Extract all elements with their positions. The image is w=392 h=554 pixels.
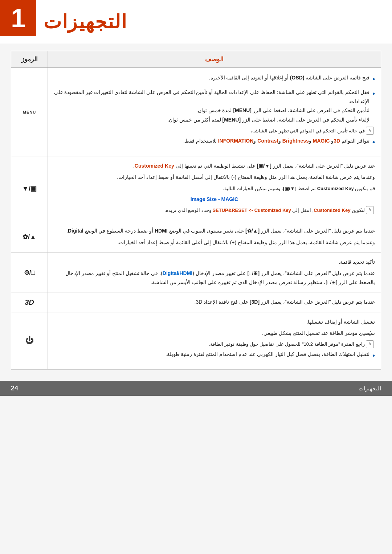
ck-config-note: ✎ لتكوين Customized Key, انتقل إلى SETUP… — [54, 206, 375, 214]
source-description: تأكيد تحديد قائمة. عندما يتم عرض دليل "ا… — [48, 253, 381, 292]
note-line: ✎ في حالة تأمين التحكم في القوائم التي ت… — [54, 127, 375, 135]
footer-label: التجهيزات — [359, 385, 381, 392]
menu-description: • فتح قائمة العرض على الشاشة (OSD) أو إغ… — [48, 68, 381, 156]
table-row: عندما يتم عرض دليل "العرض على الشاشة"، ي… — [11, 221, 381, 252]
table-header: الوصف الرموز — [11, 51, 381, 68]
ck-config-text: لتكوين Customized Key, انتقل إلى SETUP&R… — [54, 206, 365, 214]
note-icon: ✎ — [366, 340, 374, 348]
3d-description: عندما يتم عرض دليل "العرض على الشاشة"، ي… — [48, 292, 381, 312]
power-note-text: راجع الفقرة "موفر الطاقة 10.2" للحصول عل… — [209, 340, 365, 348]
customized-key-symbol: ▣/▼ — [11, 156, 48, 221]
bullet-item: • لتقليل استهلاك الطاقة، يفضل فصل كبل ال… — [54, 350, 375, 362]
ck-note-line: قم بتكوين Customized Key ثم اضغط [▼/▣]. … — [54, 184, 375, 193]
3d-text: عندما يتم عرض دليل "العرض على الشاشة"، ي… — [54, 297, 375, 307]
power-note: ✎ راجع الفقرة "موفر الطاقة 10.2" للحصول … — [54, 340, 375, 348]
bullet-text: فتح قائمة العرض على الشاشة (OSD) أو إغلا… — [54, 73, 369, 82]
col-symbol-header: الرموز — [11, 51, 48, 67]
bullet-item: • قفل التحكم بالقوائم التي تظهر على الشا… — [54, 88, 375, 124]
power-symbol-text: ⏻ — [25, 336, 33, 345]
chapter-number: 1 — [0, 0, 36, 36]
source-symbol-text: □/⊜ — [24, 268, 35, 276]
footer-page-number: 24 — [11, 385, 18, 392]
brightness-symbol-text: ▲/✿ — [23, 233, 36, 241]
bullet-dot: • — [372, 73, 375, 86]
power-description: تشغيل الشاشة أو إيقاف تشغيلها. سيُضيئ مؤ… — [48, 312, 381, 370]
main-table: الوصف الرموز • فتح قائمة العرض على الشاش… — [11, 51, 381, 370]
image-size-magic-label: Image Size - MAGIC — [54, 195, 375, 204]
note-icon: ✎ — [366, 206, 374, 214]
bullet-item: • فتح قائمة العرض على الشاشة (OSD) أو إغ… — [54, 73, 375, 86]
customized-key-description: عند عرض دليل "العرض على الشاشة"، يعمل ال… — [48, 156, 381, 221]
bullet-text: قفل التحكم بالقوائم التي تظهر على الشاشة… — [54, 88, 369, 124]
source-symbol: □/⊜ — [11, 253, 48, 292]
bullet-text: لتقليل استهلاك الطاقة، يفضل فصل كبل التي… — [54, 350, 369, 359]
header: التجهيزات 1 — [0, 0, 392, 44]
power-text2: سيُضيئ مؤشر الطاقة عند تشغيل المنتج بشكل… — [54, 329, 375, 338]
header-title: التجهيزات — [44, 11, 127, 33]
customized-key-label: Customized Key — [135, 163, 174, 169]
menu-symbol: MENU — [11, 68, 48, 156]
bright-text1: عندما يتم عرض دليل "العرض على الشاشة"، ي… — [54, 226, 375, 235]
bright-text2: وعندما يتم عرض شاشة القائمة، يعمل هذا ال… — [54, 238, 375, 247]
menu-symbol-text: MENU — [23, 110, 36, 114]
ck-text2: وعندما يتم عرض شاشة القائمة، يعمل هذا ال… — [54, 173, 375, 182]
table-row: • فتح قائمة العرض على الشاشة (OSD) أو إغ… — [11, 68, 381, 156]
note-icon: ✎ — [366, 127, 374, 135]
table-row: عندما يتم عرض دليل "العرض على الشاشة"، ي… — [11, 292, 381, 312]
bullet-dot: • — [372, 349, 375, 362]
table-row: تشغيل الشاشة أو إيقاف تشغيلها. سيُضيئ مؤ… — [11, 312, 381, 370]
brightness-symbol: ▲/✿ — [11, 221, 48, 252]
power-text1: تشغيل الشاشة أو إيقاف تشغيلها. — [54, 317, 375, 327]
bullet-dot: • — [372, 136, 375, 149]
brightness-description: عندما يتم عرض دليل "العرض على الشاشة"، ي… — [48, 221, 381, 252]
col-description-header: الوصف — [48, 51, 381, 67]
ck-note-text: قم بتكوين Customized Key ثم اضغط [▼/▣]. … — [54, 184, 375, 193]
footer: التجهيزات 24 — [0, 381, 392, 396]
3d-symbol-text: 3D — [25, 298, 34, 307]
note-text: في حالة تأمين التحكم في القوائم التي تظه… — [251, 127, 365, 135]
table-row: عند عرض دليل "العرض على الشاشة"، يعمل ال… — [11, 156, 381, 221]
bullet-dot: • — [372, 87, 375, 100]
bullet-highlight-text: تتوافر القوائم 3Dو MAGIC وBrightness وCo… — [54, 136, 369, 145]
3d-symbol: 3D — [11, 292, 48, 312]
bullet-item: • تتوافر القوائم 3Dو MAGIC وBrightness و… — [54, 136, 375, 149]
ck-symbol-text: ▣/▼ — [22, 185, 37, 193]
power-symbol: ⏻ — [11, 312, 48, 370]
source-text1: تأكيد تحديد قائمة. — [54, 258, 375, 267]
ck-text1: عند عرض دليل "العرض على الشاشة"، يعمل ال… — [54, 161, 375, 171]
table-row: تأكيد تحديد قائمة. عندما يتم عرض دليل "ا… — [11, 253, 381, 293]
source-text2: عندما يتم عرض دليل "العرض على الشاشة"، ي… — [54, 269, 375, 287]
